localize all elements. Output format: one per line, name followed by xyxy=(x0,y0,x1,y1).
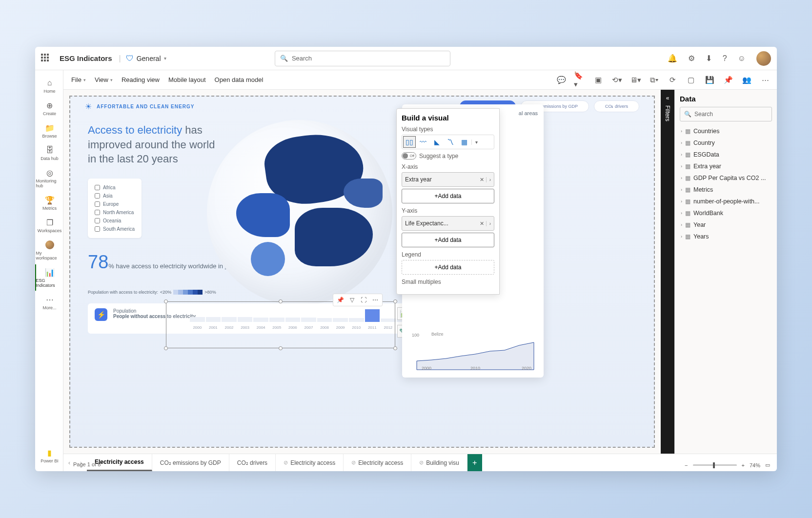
pin-icon[interactable]: 📌 xyxy=(722,74,734,86)
teams-icon[interactable]: 👥 xyxy=(741,74,752,86)
zoom-in-button[interactable]: + xyxy=(742,462,745,468)
viz-type-more[interactable]: ▾ xyxy=(471,139,481,145)
nav-more[interactable]: ⋯More... xyxy=(35,292,63,313)
present-dropdown-icon[interactable]: 🖥▾ xyxy=(629,74,641,86)
bolt-icon: ⚡ xyxy=(95,308,107,321)
avatar[interactable] xyxy=(756,51,771,66)
menu-file[interactable]: File▾ xyxy=(71,76,86,83)
suggest-toggle[interactable]: Off xyxy=(402,152,416,159)
resize-handle[interactable] xyxy=(279,299,283,303)
nav-esg-indicators[interactable]: 📊ESG Indicators xyxy=(35,264,63,291)
data-search-input[interactable]: 🔍Search xyxy=(680,107,772,121)
xaxis-add-button[interactable]: +Add data xyxy=(402,189,494,203)
view-icon[interactable]: ▣ xyxy=(592,74,604,86)
data-table-item[interactable]: ›▦WorldBank xyxy=(680,207,772,219)
nav-create[interactable]: ⊕Create xyxy=(35,98,63,119)
search-input[interactable]: 🔍 Search xyxy=(275,51,450,66)
pin-visual-icon[interactable]: 📌 xyxy=(335,296,345,304)
viz-type-column[interactable]: ▯▯ xyxy=(403,136,416,148)
remove-field-icon[interactable]: ✕ xyxy=(480,177,484,183)
page-tab[interactable]: ⊘Electricity access xyxy=(344,454,411,471)
page-tab[interactable]: CO₂ drivers xyxy=(229,454,276,471)
field-menu-icon[interactable]: › xyxy=(486,177,491,182)
nav-monitoring[interactable]: ◎Monitoring hub xyxy=(35,165,63,191)
bookmark-dropdown-icon[interactable]: 🔖▾ xyxy=(574,74,586,86)
menu-mobile-layout[interactable]: Mobile layout xyxy=(168,76,206,83)
menu-open-data-model[interactable]: Open data model xyxy=(215,76,264,83)
help-icon[interactable]: ? xyxy=(723,54,727,63)
more-visual-icon[interactable]: ⋯ xyxy=(370,296,381,304)
save-icon[interactable]: 💾 xyxy=(704,74,715,86)
focus-mode-icon[interactable]: ⛶ xyxy=(358,296,369,304)
menu-reading-view[interactable]: Reading view xyxy=(122,76,160,83)
pill-co2-drivers[interactable]: CO₂ drivers xyxy=(594,100,639,112)
add-page-button[interactable]: + xyxy=(467,454,482,471)
filters-pane-toggle[interactable]: « Filters xyxy=(661,90,674,454)
data-table-item[interactable]: ›▦Extra year xyxy=(680,160,772,172)
data-table-item[interactable]: ›▦Year xyxy=(680,219,772,231)
nav-home[interactable]: ⌂Home xyxy=(35,75,63,97)
open-icon[interactable]: ▢ xyxy=(685,74,697,86)
data-table-item[interactable]: ›▦Country xyxy=(680,137,772,149)
continent-option[interactable]: Oceania xyxy=(95,217,135,225)
headline: Access to electricity has improved aroun… xyxy=(70,116,217,166)
nav-powerbi[interactable]: ▮Power BI xyxy=(35,445,63,466)
menu-view[interactable]: View▾ xyxy=(95,76,113,83)
data-table-item[interactable]: ›▦ESGData xyxy=(680,149,772,160)
zoom-out-button[interactable]: − xyxy=(685,462,688,468)
field-menu-icon[interactable]: › xyxy=(486,221,491,226)
sync-dropdown-icon[interactable]: ⟲▾ xyxy=(611,74,623,86)
continent-option[interactable]: Africa xyxy=(95,183,135,192)
continent-option[interactable]: Asia xyxy=(95,192,135,200)
continent-option[interactable]: Europe xyxy=(95,200,135,208)
comment-icon[interactable]: 💬 xyxy=(555,74,567,86)
resize-handle[interactable] xyxy=(393,346,397,350)
nav-datahub[interactable]: 🗄Data hub xyxy=(35,142,63,164)
yaxis-field[interactable]: Life Expectanc...✕› xyxy=(402,216,494,231)
yaxis-add-button[interactable]: +Add data xyxy=(402,233,494,247)
remove-field-icon[interactable]: ✕ xyxy=(480,220,484,227)
overflow-icon[interactable]: ⋯ xyxy=(759,74,771,86)
data-table-item[interactable]: ›▦GDP Per Capita vs CO2 ... xyxy=(680,172,772,184)
data-table-item[interactable]: ›▦number-of-people-with... xyxy=(680,196,772,207)
resize-handle[interactable] xyxy=(393,299,397,303)
data-table-item[interactable]: ›▦Years xyxy=(680,231,772,242)
xaxis-field[interactable]: Extra year✕› xyxy=(402,172,494,187)
data-table-item[interactable]: ›▦Metrics xyxy=(680,184,772,196)
resize-handle[interactable] xyxy=(164,299,168,303)
page-tab[interactable]: ⊘Electricity access xyxy=(276,454,344,471)
table-icon: ▦ xyxy=(685,163,690,170)
resize-handle[interactable] xyxy=(164,346,168,350)
zoom-slider[interactable] xyxy=(693,464,737,466)
viz-type-area[interactable]: ◣ xyxy=(430,136,443,148)
continent-option[interactable]: South America xyxy=(95,225,135,233)
zoom-control: − + 74% ▭ xyxy=(685,462,770,468)
viz-type-table[interactable]: ▦ xyxy=(458,136,470,148)
globe-map[interactable] xyxy=(207,120,392,305)
app-launcher-icon[interactable] xyxy=(41,54,51,63)
sun-icon: ☀ xyxy=(85,102,92,111)
report-canvas[interactable]: ☀ AFFORTABLE AND CLEAN ENERGY Electricit… xyxy=(69,96,655,448)
nav-my-workspace[interactable]: My workspace xyxy=(35,237,63,263)
fit-page-icon[interactable]: ▭ xyxy=(765,462,770,468)
notifications-icon[interactable]: 🔔 xyxy=(668,54,677,63)
status-page: Page 1 of 8 xyxy=(69,459,104,469)
nav-browse[interactable]: 📁Browse xyxy=(35,120,63,141)
page-tab[interactable]: CO₂ emissions by GDP xyxy=(152,454,229,471)
data-table-item[interactable]: ›▦Countries xyxy=(680,125,772,137)
sensitivity-label[interactable]: General▾ xyxy=(137,55,166,62)
continent-option[interactable]: North America xyxy=(95,208,135,217)
viz-type-line[interactable]: 〰 xyxy=(417,136,429,148)
settings-icon[interactable]: ⚙ xyxy=(688,54,695,63)
legend-add-button[interactable]: +Add data xyxy=(402,260,494,275)
viz-type-ribbon[interactable]: 〽 xyxy=(444,136,457,148)
refresh-icon[interactable]: ⟳ xyxy=(667,74,678,86)
filter-visual-icon[interactable]: ▽ xyxy=(346,296,357,304)
nav-workspaces[interactable]: ❐Workspaces xyxy=(35,215,63,236)
feedback-icon[interactable]: ☺ xyxy=(738,54,746,63)
copy-dropdown-icon[interactable]: ⧉▾ xyxy=(648,74,660,86)
page-tab[interactable]: ⊘Building visu xyxy=(411,454,467,471)
nav-metrics[interactable]: 🏆Metrics xyxy=(35,192,63,214)
download-icon[interactable]: ⬇ xyxy=(706,54,712,63)
resize-handle[interactable] xyxy=(279,346,283,350)
